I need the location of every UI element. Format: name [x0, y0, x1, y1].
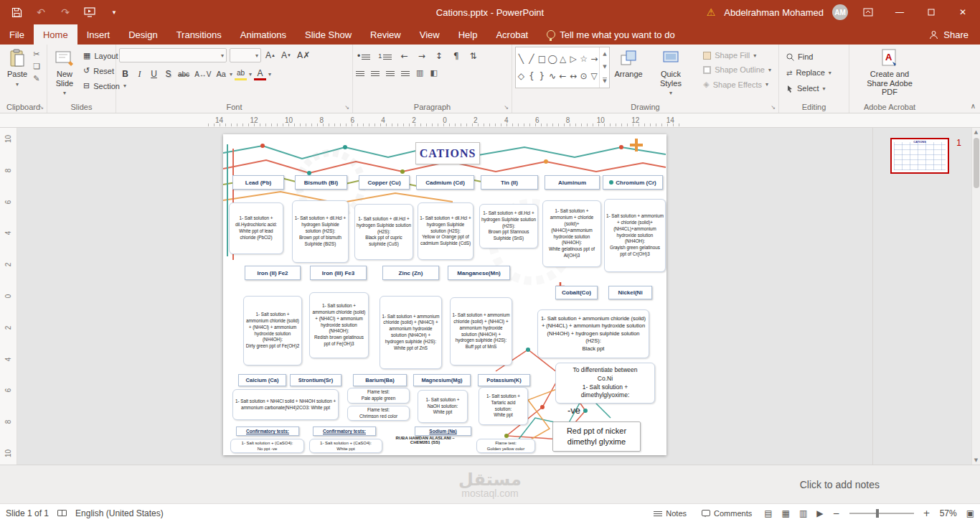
header-zinc[interactable]: Zinc (Zn) — [382, 266, 439, 280]
close-button[interactable]: ✕ — [951, 0, 974, 24]
tab-insert[interactable]: Insert — [77, 24, 120, 45]
body-flame-barium[interactable]: Flame test: Pale apple green — [347, 388, 410, 404]
shapes-gallery[interactable]: ╲╱□◯△▷☆→ ◇{}∿←↔⊙▽ ▲ ▼ ▼ — [515, 47, 610, 88]
scrollbar-thumb[interactable] — [974, 138, 979, 188]
customize-quick-access-icon[interactable]: ▾ — [108, 6, 121, 19]
header-strontium[interactable]: Strontium(Sr) — [290, 374, 341, 386]
header-copper[interactable]: Copper (Cu) — [359, 175, 410, 190]
alert-icon[interactable]: ⚠ — [707, 6, 716, 18]
notes-toggle-button[interactable]: Notes — [651, 508, 689, 519]
notes-placeholder[interactable]: Click to add notes — [800, 479, 880, 490]
body-flame-strontium[interactable]: Flame test: Chrimson red color — [347, 406, 410, 421]
body-aluminum[interactable]: 1- Salt solution + ammonium + chloride (… — [542, 200, 601, 267]
header-chromium[interactable]: Chromium (Cr) — [603, 175, 663, 190]
header-manganese[interactable]: Manganese(Mn) — [448, 266, 510, 280]
decrease-indent-icon[interactable]: ← — [398, 50, 410, 62]
tab-help[interactable]: Help — [449, 24, 487, 45]
cut-icon[interactable]: ✂ — [33, 50, 40, 59]
normal-view-icon[interactable]: ▤ — [764, 508, 772, 518]
select-button[interactable]: Select▾ — [783, 83, 834, 94]
tell-me-box[interactable]: Tell me what you want to do — [537, 24, 684, 45]
header-nickel[interactable]: Nickel(Ni — [608, 286, 652, 299]
create-share-pdf-button[interactable]: A Create and Share Adobe PDF — [856, 47, 923, 101]
strikethrough-button[interactable]: abc — [176, 67, 191, 80]
zoom-slider[interactable] — [849, 513, 914, 514]
body-chromium[interactable]: 1- Salt solution + ammonium + chloride (… — [604, 199, 666, 272]
font-name-combo[interactable]: ▾ — [119, 48, 227, 62]
tab-review[interactable]: Review — [361, 24, 410, 45]
align-text-icon[interactable]: ⇅ — [467, 50, 479, 62]
shape-outline-button[interactable]: Shape Outline▾ — [700, 64, 774, 75]
body-magnesium[interactable]: 1- Salt solution + NaOH solution: White … — [418, 390, 468, 423]
body-cadmium[interactable]: 1- Salt solution + dil.Hcl + hydrogen Su… — [418, 202, 473, 260]
header-confirmatory-1[interactable]: Confirmatory tests: — [236, 427, 299, 436]
slide-sorter-view-icon[interactable]: ▦ — [782, 508, 790, 518]
shapes-more-icon[interactable]: ▼ — [603, 78, 606, 84]
change-case-button[interactable]: Aa — [215, 67, 227, 80]
signed-in-user[interactable]: Abdelrahman Mohamed — [724, 7, 824, 18]
justify-icon[interactable] — [401, 70, 410, 76]
columns-icon[interactable]: ▥ — [416, 68, 423, 78]
header-iron2[interactable]: Iron (II) Fe2 — [245, 266, 301, 280]
horizontal-ruler[interactable]: 141210864202468101214 — [0, 113, 980, 128]
highlight-color-button[interactable]: ab — [235, 67, 247, 80]
find-button[interactable]: Find — [783, 51, 834, 62]
language-indicator[interactable]: English (United States) — [75, 508, 164, 518]
fit-slide-to-window-icon[interactable]: ▣ — [966, 508, 974, 518]
tab-view[interactable]: View — [410, 24, 449, 45]
header-lead[interactable]: Lead (Pb) — [232, 175, 284, 190]
font-dialog-launcher-icon[interactable]: ↘ — [344, 104, 349, 111]
body-tin[interactable]: 1- Salt solution + dil.Hcl + hydrogen Su… — [479, 204, 538, 248]
zoom-slider-thumb[interactable] — [876, 509, 879, 518]
slide-title[interactable]: CATIONS — [415, 142, 480, 164]
quick-styles-button[interactable]: Quick Styles ▾ — [647, 47, 695, 101]
underline-button[interactable]: U — [148, 67, 160, 80]
bullets-icon[interactable]: • — [356, 50, 372, 62]
collapse-ribbon-icon[interactable]: ∧ — [971, 102, 976, 110]
header-tin[interactable]: Tin (II) — [481, 175, 538, 190]
slide-canvas[interactable]: CATIONS Lead (Pb) Bismuth (Bi) Copper (C… — [17, 128, 872, 465]
body-bismuth[interactable]: 1- Salt solution + dil.Hcl + hydrogen Su… — [292, 200, 349, 263]
slide-thumbnail-1[interactable]: CATIONS — [890, 138, 949, 174]
body-confirmatory-1[interactable]: 1- Salt solution + (CaSO4): No ppt -ve — [230, 439, 304, 453]
body-iron2[interactable]: 1- Salt solution + ammonium chloride (so… — [243, 296, 302, 365]
decrease-font-size-icon[interactable]: A▼ — [280, 49, 293, 62]
header-potassium[interactable]: Potassium(K) — [478, 374, 530, 386]
slideshow-view-icon[interactable]: ▶ — [816, 508, 823, 518]
drawing-dialog-launcher-icon[interactable]: ↘ — [771, 104, 776, 111]
body-calcium[interactable]: 1- Salt solution + NH4Cl solid + NH4OH s… — [232, 389, 339, 420]
shape-fill-button[interactable]: Shape Fill▾ — [700, 50, 774, 61]
text-shadow-button[interactable]: S — [162, 67, 174, 80]
start-slideshow-icon[interactable] — [83, 6, 96, 19]
body-zinc[interactable]: 1- Salt solution + ammonium chloride (so… — [380, 296, 442, 369]
header-magnesium[interactable]: Magnesium(Mg) — [413, 374, 471, 386]
bold-button[interactable]: B — [119, 67, 131, 80]
comments-toggle-button[interactable]: Comments — [699, 508, 755, 519]
body-potassium[interactable]: 1- Salt solution + Tartaric acid solutio… — [479, 387, 528, 425]
tab-home[interactable]: Home — [34, 24, 77, 45]
tab-animations[interactable]: Animations — [231, 24, 296, 45]
align-center-icon[interactable] — [371, 70, 380, 76]
box-differentiate-co-ni[interactable]: To differentiate between Co.Ni 1- Salt s… — [555, 363, 655, 404]
italic-button[interactable]: I — [133, 67, 146, 80]
slide[interactable]: CATIONS Lead (Pb) Bismuth (Bi) Copper (C… — [223, 134, 666, 455]
body-confirmatory-2[interactable]: 1- Salt solution + (CaSO4): White ppt — [309, 439, 382, 453]
header-barium[interactable]: Barium(Ba) — [353, 374, 407, 386]
zoom-out-icon[interactable]: − — [833, 508, 840, 518]
undo-icon[interactable]: ↶ — [34, 6, 47, 19]
header-aluminum[interactable]: Aluminum — [545, 175, 600, 190]
share-button[interactable]: Share — [918, 24, 980, 45]
zoom-percentage[interactable]: 57% — [940, 508, 957, 518]
text-direction-icon[interactable]: ¶ — [450, 50, 462, 62]
tab-file[interactable]: File — [0, 24, 34, 45]
save-icon[interactable] — [10, 6, 23, 19]
shape-effects-button[interactable]: ◈Shape Effects▾ — [700, 78, 774, 90]
replace-button[interactable]: ⇄ Replace▾ — [783, 67, 834, 78]
font-size-combo[interactable]: ▾ — [230, 48, 261, 62]
scroll-down-icon[interactable]: ▼ — [974, 457, 978, 463]
header-bismuth[interactable]: Bismuth (Bi) — [295, 175, 347, 190]
paragraph-dialog-launcher-icon[interactable]: ↘ — [504, 104, 509, 111]
paste-button[interactable]: Paste ▾ — [3, 47, 32, 101]
shapes-scroll-up-icon[interactable]: ▲ — [603, 51, 606, 57]
vertical-ruler[interactable]: 1086420246810 — [0, 128, 17, 465]
